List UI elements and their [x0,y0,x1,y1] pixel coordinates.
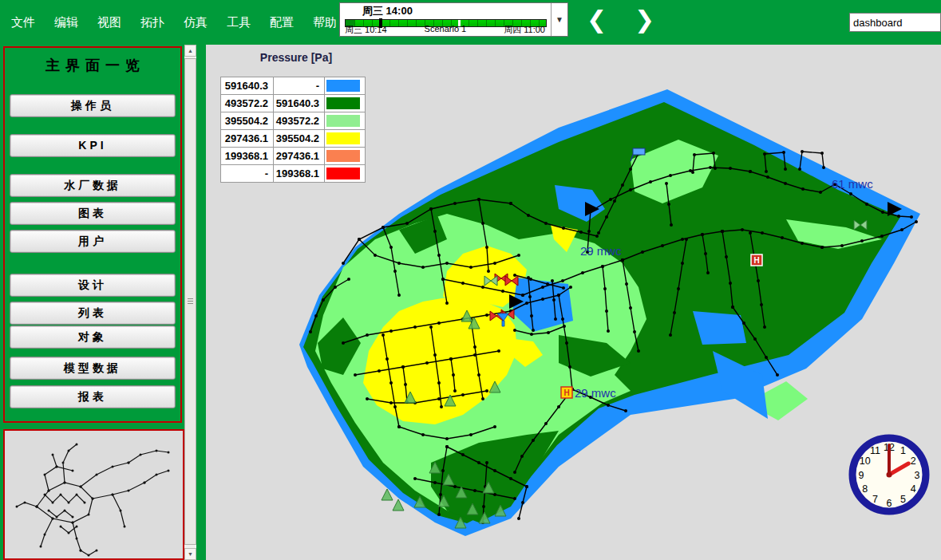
overview-network-drawing [5,431,183,558]
network-node [595,235,599,238]
previous-view-button[interactable]: ❮ [587,6,607,34]
dashboard-name-input[interactable] [849,13,941,32]
network-node [485,246,488,249]
sidebar-button-model-data[interactable]: 模型数据 [10,357,176,380]
clock-number: 6 [887,498,892,509]
network-node [761,231,764,235]
overview-pipe-line [128,451,168,463]
scroll-up-icon[interactable]: ▲ [184,45,196,57]
sidebar-button-reports[interactable]: 报表 [10,385,176,408]
chevron-down-icon: ▼ [556,15,563,24]
network-node [334,286,337,289]
menu-simulation[interactable]: 仿真 [184,15,208,30]
menu-view[interactable]: 视图 [97,15,121,30]
network-node [378,369,381,373]
network-node [605,310,608,313]
next-view-button[interactable]: ❯ [635,6,654,34]
sidebar-button-plant-data[interactable]: 水厂数据 [10,174,176,197]
network-node [693,153,696,156]
network-node [513,329,516,332]
network-node [513,497,516,500]
sidebar-button-operator[interactable]: 操作员 [10,94,176,117]
network-node [820,246,824,249]
overview-pipe-line [144,471,168,483]
pump-green-icon [393,499,404,511]
network-node [749,170,752,173]
legend-color-swatch [326,115,360,127]
timeline-dropdown-button[interactable]: ▼ [551,3,567,36]
overview-node [48,490,50,492]
overview-node [56,516,58,519]
sidebar-title: 主界面一览 [5,56,180,75]
network-node [685,238,688,241]
network-node [701,233,704,236]
network-overview-thumbnail[interactable] [3,429,184,560]
network-node [397,262,401,265]
network-node [473,345,476,349]
menu-file[interactable]: 文件 [11,15,35,30]
overview-node [40,546,42,548]
menu-help[interactable]: 帮助 [313,15,337,30]
menu-config[interactable]: 配置 [270,15,294,30]
network-node [865,203,868,206]
network-node [314,314,318,317]
network-node [637,349,640,353]
network-node [706,271,710,274]
clock-number: 10 [860,455,871,467]
network-node [439,493,442,496]
legend-title: Pressure [Pa] [220,51,372,64]
network-node [565,341,568,345]
network-node [910,215,913,219]
menu-edit[interactable]: 编辑 [54,15,78,30]
network-node [493,469,496,472]
scroll-down-icon[interactable]: ▼ [184,548,196,560]
network-node [530,314,533,317]
clock-number: 3 [915,470,920,481]
network-node [749,231,752,235]
overview-pipe-line [45,495,85,503]
overview-node [52,454,54,456]
network-node [461,282,465,285]
menu-topology[interactable]: 拓扑 [140,15,164,30]
sidebar: 主界面一览 操作员 KPI 水厂数据 图表 用户 设计 列表 对象 模型数据 报… [0,45,206,560]
network-node [601,265,604,268]
sidebar-button-users[interactable]: 用户 [10,230,176,253]
overview-pipe-line [81,463,128,487]
overview-node [84,502,86,504]
menu-tools[interactable]: 工具 [227,15,251,30]
scrollbar-thumb[interactable] [184,58,196,545]
network-node [389,246,393,249]
overview-node [56,466,58,468]
network-node [641,250,644,254]
pressure-label-61mwc: 61 mwc [832,177,873,191]
timeline-widget[interactable]: 周三 14:00 周三 10:14 Scenario 1 周四 11:00 ▼ [339,2,568,37]
sidebar-button-lists[interactable]: 列表 [10,302,176,325]
overview-node [48,510,50,512]
sidebar-button-kpi[interactable]: KPI [10,134,176,157]
network-node [669,174,672,177]
sidebar-scrollbar[interactable]: ▲ ▼ [184,45,196,560]
network-node [624,409,627,412]
network-node [629,188,632,191]
network-node [477,461,480,464]
sidebar-button-charts[interactable]: 图表 [10,202,176,225]
sidebar-button-design[interactable]: 设计 [10,274,176,297]
top-menu-bar: 文件 编辑 视图 拓扑 仿真 工具 配置 帮助 周三 14:00 周三 10:1… [0,0,941,45]
overview-node [60,526,62,528]
network-node [520,455,524,458]
map-view[interactable]: HH Pressure [Pa] 591640.3 - 493572.2 591… [206,45,941,560]
network-node [517,517,520,520]
overview-node [72,522,74,524]
overview-node [64,482,66,484]
network-node [880,235,884,238]
network-node [569,286,572,289]
network-node [445,302,449,305]
overview-node [168,452,170,454]
network-node [547,331,550,334]
network-node [849,192,852,195]
network-node [441,278,445,281]
network-node [798,168,801,171]
sidebar-button-objects[interactable]: 对象 [10,325,176,349]
legend-color-swatch [326,150,360,162]
network-node [607,404,610,407]
